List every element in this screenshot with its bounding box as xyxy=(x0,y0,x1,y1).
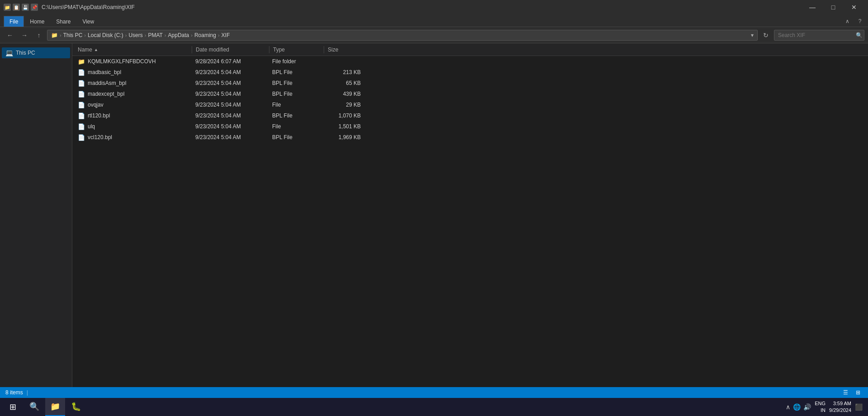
network-icon[interactable]: 🌐 xyxy=(793,403,801,411)
file-row-inner: 📁KQMLMKGXLFNFBDCOVH 9/28/2024 6:07 AM Fi… xyxy=(74,58,866,65)
file-size: 1,501 KB xyxy=(323,123,368,130)
file-icon: 📄 xyxy=(78,102,85,108)
close-button[interactable]: ✕ xyxy=(844,0,864,14)
search-input[interactable] xyxy=(774,30,864,41)
file-row-inner: 📄ulq 9/23/2024 5:04 AM File 1,501 KB xyxy=(74,123,866,130)
file-type: BPL File xyxy=(269,69,323,75)
refresh-button[interactable]: ↻ xyxy=(760,29,772,42)
taskbar-explorer-button[interactable]: 📁 xyxy=(45,398,65,416)
tab-home[interactable]: Home xyxy=(24,16,50,27)
breadcrumb-this-pc[interactable]: This PC xyxy=(63,32,83,38)
language-indicator[interactable]: ENGIN xyxy=(815,400,826,414)
breadcrumb-users[interactable]: Users xyxy=(128,32,142,38)
notification-icon[interactable]: ⬛ xyxy=(855,403,863,411)
file-row[interactable]: 📄ulq 9/23/2024 5:04 AM File 1,501 KB xyxy=(72,121,868,132)
file-row[interactable]: 📄vcl120.bpl 9/23/2024 5:04 AM BPL File 1… xyxy=(72,132,868,143)
file-icon: 📄 xyxy=(78,69,85,76)
file-size: 29 KB xyxy=(323,102,368,108)
file-size: 1,969 KB xyxy=(323,134,368,140)
file-name: 📄ovqjav xyxy=(74,102,192,108)
ribbon-extras: ∧ ? xyxy=(843,17,864,27)
forward-button[interactable]: → xyxy=(18,29,31,42)
file-date: 9/23/2024 5:04 AM xyxy=(192,123,269,130)
ribbon-tab-bar: File Home Share View ∧ ? xyxy=(0,14,868,27)
file-date: 9/23/2024 5:04 AM xyxy=(192,69,269,75)
system-tray: ∧ 🌐 🔊 xyxy=(786,403,811,411)
ribbon-help-button[interactable]: ? xyxy=(855,17,864,26)
up-button[interactable]: ↑ xyxy=(33,29,45,42)
file-icon: 📄 xyxy=(78,80,85,87)
start-button[interactable]: ⊞ xyxy=(2,398,24,416)
file-name: 📄madbasic_bpl xyxy=(74,69,192,76)
grid-view-button[interactable]: ⊞ xyxy=(854,388,863,397)
main-area: 💻 This PC Name ▲ Date modified Type Size xyxy=(0,43,868,387)
taskbar: ⊞ 🔍 📁 🐛 ∧ 🌐 🔊 ENGIN 3:59 AM9/29/2024 ⬛ xyxy=(0,398,868,416)
this-pc-icon: 💻 xyxy=(5,49,13,56)
file-name: 📄rtl120.bpl xyxy=(74,112,192,119)
file-row[interactable]: 📁KQMLMKGXLFNFBDCOVH 9/28/2024 6:07 AM Fi… xyxy=(72,56,868,67)
folder-icon: 📁 xyxy=(78,58,85,65)
window-controls: — □ ✕ xyxy=(802,0,864,14)
file-name: 📁KQMLMKGXLFNFBDCOVH xyxy=(74,58,192,65)
file-row-inner: 📄maddisAsm_bpl 9/23/2024 5:04 AM BPL Fil… xyxy=(74,80,866,87)
breadcrumb-appdata[interactable]: AppData xyxy=(168,32,189,38)
file-list: 📁KQMLMKGXLFNFBDCOVH 9/28/2024 6:07 AM Fi… xyxy=(72,56,868,387)
minimize-button[interactable]: — xyxy=(802,0,823,14)
file-type: File xyxy=(269,102,323,108)
file-type: File xyxy=(269,123,323,130)
sidebar-item-this-pc[interactable]: 💻 This PC xyxy=(2,47,70,58)
sidebar-this-pc-label: This PC xyxy=(16,50,35,56)
back-button[interactable]: ← xyxy=(4,29,16,42)
title-path: C:\Users\PMAT\AppData\Roaming\XIF xyxy=(42,4,798,10)
breadcrumb-roaming[interactable]: Roaming xyxy=(194,32,216,38)
file-date: 9/28/2024 6:07 AM xyxy=(192,58,269,65)
ribbon-collapse-button[interactable]: ∧ xyxy=(843,17,852,26)
file-row-inner: 📄madbasic_bpl 9/23/2024 5:04 AM BPL File… xyxy=(74,69,866,76)
file-row[interactable]: 📄ovqjav 9/23/2024 5:04 AM File 29 KB xyxy=(72,99,868,110)
file-size: 439 KB xyxy=(323,91,368,97)
tab-file[interactable]: File xyxy=(4,16,24,27)
file-date: 9/23/2024 5:04 AM xyxy=(192,102,269,108)
tab-share[interactable]: Share xyxy=(50,16,76,27)
column-date-header[interactable]: Date modified xyxy=(192,43,269,56)
taskbar-right: ∧ 🌐 🔊 ENGIN 3:59 AM9/29/2024 ⬛ xyxy=(786,400,866,414)
column-type-header[interactable]: Type xyxy=(269,43,324,56)
title-bar-app-icons: 📁 📋 💾 📌 xyxy=(4,4,38,11)
file-row-inner: 📄madexcept_bpl 9/23/2024 5:04 AM BPL Fil… xyxy=(74,91,866,98)
breadcrumb-local-disk[interactable]: Local Disk (C:) xyxy=(88,32,123,38)
file-name: 📄maddisAsm_bpl xyxy=(74,80,192,87)
column-headers: Name ▲ Date modified Type Size xyxy=(72,43,868,56)
column-name-header[interactable]: Name ▲ xyxy=(74,43,192,56)
title-bar: 📁 📋 💾 📌 C:\Users\PMAT\AppData\Roaming\XI… xyxy=(0,0,868,14)
file-size: 65 KB xyxy=(323,80,368,86)
status-bar: 8 items | ☰ ⊞ xyxy=(0,387,868,398)
ribbon: File Home Share View ∧ ? xyxy=(0,14,868,27)
file-row[interactable]: 📄madexcept_bpl 9/23/2024 5:04 AM BPL Fil… xyxy=(72,89,868,99)
file-date: 9/23/2024 5:04 AM xyxy=(192,112,269,119)
file-row-inner: 📄rtl120.bpl 9/23/2024 5:04 AM BPL File 1… xyxy=(74,112,866,119)
clock[interactable]: 3:59 AM9/29/2024 xyxy=(829,400,851,414)
file-row[interactable]: 📄rtl120.bpl 9/23/2024 5:04 AM BPL File 1… xyxy=(72,110,868,121)
file-area: Name ▲ Date modified Type Size 📁KQMLMKGX… xyxy=(72,43,868,387)
volume-icon[interactable]: 🔊 xyxy=(803,403,811,411)
taskbar-search-button[interactable]: 🔍 xyxy=(24,398,44,416)
tab-view[interactable]: View xyxy=(76,16,100,27)
column-size-header[interactable]: Size xyxy=(324,43,369,56)
breadcrumb-bar[interactable]: 📁 › This PC › Local Disk (C:) › Users › … xyxy=(47,30,758,41)
breadcrumb-xif[interactable]: XIF xyxy=(222,32,230,38)
app-icon-pin: 📌 xyxy=(31,4,38,11)
maximize-button[interactable]: □ xyxy=(823,0,844,14)
breadcrumb-pmat[interactable]: PMAT xyxy=(148,32,162,38)
file-row[interactable]: 📄maddisAsm_bpl 9/23/2024 5:04 AM BPL Fil… xyxy=(72,78,868,89)
list-view-button[interactable]: ☰ xyxy=(841,388,850,397)
breadcrumb-dropdown-button[interactable]: ▾ xyxy=(751,32,754,38)
tray-up-arrow[interactable]: ∧ xyxy=(786,403,790,411)
status-separator: | xyxy=(27,389,28,396)
search-wrapper: 🔍 xyxy=(774,30,864,41)
file-row[interactable]: 📄madbasic_bpl 9/23/2024 5:04 AM BPL File… xyxy=(72,67,868,78)
app-icon-folder: 📁 xyxy=(4,4,11,11)
file-icon: 📄 xyxy=(78,134,85,141)
search-icon[interactable]: 🔍 xyxy=(856,32,863,38)
taskbar-bug-button[interactable]: 🐛 xyxy=(66,398,86,416)
file-row-inner: 📄ovqjav 9/23/2024 5:04 AM File 29 KB xyxy=(74,102,866,108)
